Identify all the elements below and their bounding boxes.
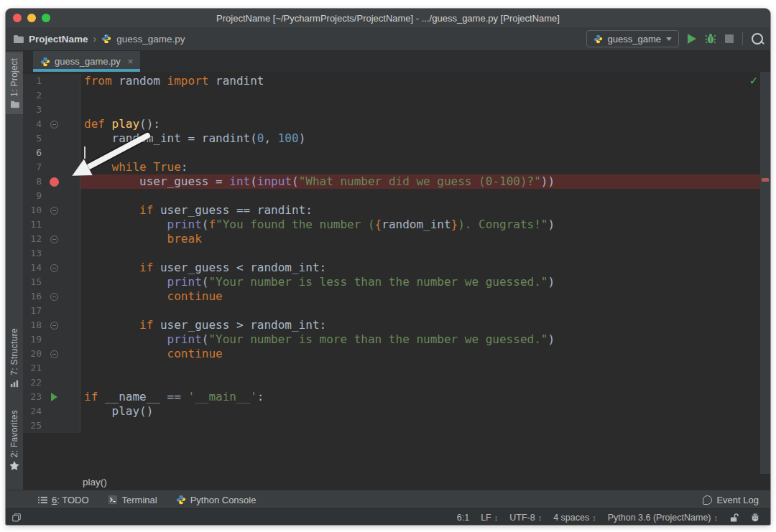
breadcrumb-project[interactable]: ProjectName (29, 34, 88, 45)
gutter[interactable]: 23 (23, 390, 80, 404)
line-number[interactable]: 23 (23, 390, 42, 404)
breakpoint-icon[interactable] (50, 177, 59, 187)
fold-marker-icon[interactable] (50, 264, 58, 272)
gutter[interactable]: 5 (23, 131, 80, 146)
code-text[interactable] (80, 88, 770, 103)
fold-marker-icon[interactable] (50, 322, 58, 330)
debug-bug-icon[interactable] (705, 33, 716, 45)
line-number[interactable]: 9 (23, 189, 42, 203)
code-text[interactable]: if __name__ == '__main__': (80, 390, 770, 404)
gutter[interactable]: 2 (23, 88, 80, 103)
gutter[interactable]: 16 (23, 289, 80, 304)
close-window-button[interactable] (13, 14, 22, 22)
code-text[interactable]: if user_guess == randint: (80, 203, 770, 218)
gutter[interactable]: 20 (23, 347, 80, 361)
line-number[interactable]: 12 (23, 232, 42, 246)
code-text[interactable] (80, 375, 770, 390)
code-text[interactable]: print("Your number is more than the numb… (80, 332, 770, 347)
fold-marker-icon[interactable] (50, 121, 58, 129)
editor-tab-guess-game[interactable]: guess_game.py × (33, 51, 140, 72)
stop-button[interactable] (725, 34, 734, 43)
error-stripe-breakpoint-mark[interactable] (762, 178, 769, 182)
gutter[interactable]: 3 (23, 103, 80, 117)
line-number[interactable]: 17 (23, 304, 42, 318)
gutter[interactable]: 18 (23, 318, 80, 332)
gutter[interactable]: 6 (23, 146, 80, 160)
gutter[interactable]: 17 (23, 304, 80, 318)
gutter[interactable]: 9 (23, 189, 80, 203)
gutter[interactable]: 4 (23, 117, 80, 131)
line-number[interactable]: 24 (23, 404, 42, 419)
stripe-button-structure[interactable]: 7: Structure (6, 322, 23, 393)
gutter[interactable]: 7 (23, 160, 80, 174)
toggle-toolwindows-icon[interactable] (11, 513, 22, 523)
stripe-button-favorites[interactable]: 2: Favorites (6, 404, 23, 476)
gutter[interactable]: 12 (23, 232, 80, 246)
line-number[interactable]: 7 (23, 160, 42, 174)
status-widget-lf[interactable]: LF↕ (481, 513, 498, 523)
code-text[interactable]: if user_guess > random_int: (80, 318, 770, 332)
line-number[interactable]: 8 (23, 174, 42, 189)
code-text[interactable]: while True: (80, 160, 770, 174)
run-button[interactable] (688, 34, 696, 44)
code-text[interactable]: random_int = randint(0, 100) (80, 131, 770, 146)
inspections-ok-icon[interactable]: ✓ (750, 73, 757, 88)
stripe-button-project[interactable]: 1: Project (6, 52, 23, 114)
toolwindow-button-python-console[interactable]: Python Console (176, 495, 257, 505)
line-number[interactable]: 16 (23, 289, 42, 304)
gutter[interactable]: 25 (23, 419, 80, 433)
breadcrumb-file[interactable]: guess_game.py (116, 34, 185, 45)
code-text[interactable] (80, 189, 770, 203)
line-number[interactable]: 20 (23, 347, 42, 361)
gutter[interactable]: 22 (23, 375, 80, 390)
fold-marker-icon[interactable] (50, 293, 58, 301)
line-number[interactable]: 19 (23, 332, 42, 347)
line-number[interactable]: 11 (23, 218, 42, 232)
minimize-window-button[interactable] (27, 14, 36, 22)
unlock-icon[interactable] (729, 513, 739, 523)
line-number[interactable]: 18 (23, 318, 42, 332)
editor-scrollbar[interactable] (760, 72, 770, 474)
gutter[interactable]: 15 (23, 275, 80, 289)
fold-marker-icon[interactable] (50, 350, 58, 358)
line-number[interactable]: 1 (23, 74, 42, 88)
line-number[interactable]: 15 (23, 275, 42, 289)
gutter[interactable]: 13 (23, 246, 80, 261)
code-text[interactable] (80, 246, 770, 261)
run-gutter-icon[interactable] (51, 393, 57, 401)
line-number[interactable]: 10 (23, 203, 42, 218)
code-text[interactable] (80, 304, 770, 318)
line-number[interactable]: 4 (23, 117, 42, 131)
event-log-button[interactable]: Event Log (703, 495, 759, 505)
line-number[interactable]: 14 (23, 261, 42, 275)
gutter[interactable]: 24 (23, 404, 80, 419)
breadcrumb-function[interactable]: play() (83, 477, 107, 487)
toolwindow-button-terminal[interactable]: Terminal (108, 495, 157, 505)
status-widget-4-spaces[interactable]: 4 spaces↕ (553, 513, 596, 523)
close-icon[interactable]: × (128, 56, 134, 67)
code-text[interactable]: user_guess = int(input("What number did … (80, 174, 770, 189)
line-number[interactable]: 5 (23, 131, 42, 146)
code-text[interactable]: if user_guess < random_int: (80, 261, 770, 275)
code-text[interactable]: continue (80, 347, 770, 361)
gutter[interactable]: 21 (23, 361, 80, 375)
line-number[interactable]: 21 (23, 361, 42, 375)
run-configuration-select[interactable]: guess_game (586, 30, 679, 47)
code-text[interactable]: from random import randint (80, 74, 770, 88)
line-number[interactable]: 2 (23, 88, 42, 103)
code-text[interactable]: break (80, 232, 770, 246)
line-number[interactable]: 25 (23, 419, 42, 433)
search-everywhere-icon[interactable] (752, 33, 763, 45)
gutter[interactable]: 14 (23, 261, 80, 275)
fold-marker-icon[interactable] (50, 235, 58, 243)
line-number[interactable]: 3 (23, 103, 42, 117)
code-text[interactable]: print("Your number is less than the numb… (80, 275, 770, 289)
code-text[interactable]: print(f"You found the number ({random_in… (80, 218, 770, 232)
gutter[interactable]: 19 (23, 332, 80, 347)
gutter[interactable]: 11 (23, 218, 80, 232)
hector-inspector-icon[interactable] (750, 513, 760, 523)
fold-marker-icon[interactable] (50, 207, 58, 215)
code-text[interactable]: continue (80, 289, 770, 304)
line-number[interactable]: 6 (23, 146, 42, 160)
code-text[interactable]: def play(): (80, 117, 770, 131)
